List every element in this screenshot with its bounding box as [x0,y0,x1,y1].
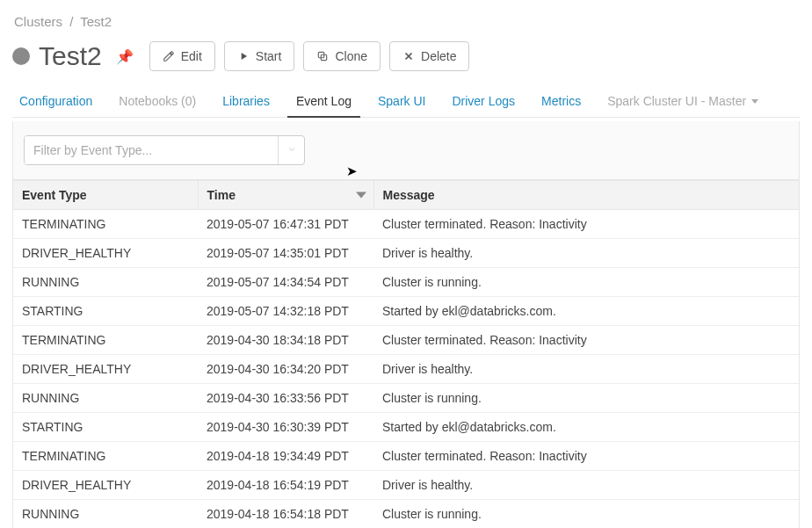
filter-bar [13,121,799,180]
sort-desc-icon [356,192,366,199]
cell-time: 2019-04-30 16:34:20 PDT [198,355,373,384]
pin-icon[interactable]: 📌 [116,48,134,65]
tab-driver-logs[interactable]: Driver Logs [448,87,518,117]
filter-dropdown-toggle[interactable] [278,136,304,164]
tab-spark-ui[interactable]: Spark UI [374,87,429,117]
tab-spark-cluster-ui-label: Spark Cluster UI - Master [607,94,746,108]
tab-spark-cluster-ui[interactable]: Spark Cluster UI - Master [604,87,762,117]
tab-event-log[interactable]: Event Log [293,87,355,117]
tab-configuration[interactable]: Configuration [16,87,96,117]
table-row[interactable]: TERMINATING2019-04-30 18:34:18 PDTCluste… [13,326,799,355]
tab-spark-ui-label: Spark UI [378,94,425,108]
table-header-row: Event Type Time Message [13,181,799,210]
cell-type: RUNNING [13,500,198,529]
cell-message: Driver is healthy. [373,355,799,384]
cell-time: 2019-04-30 16:30:39 PDT [198,413,373,442]
chevron-down-icon [286,143,297,157]
cell-message: Cluster terminated. Reason: Inactivity [373,326,799,355]
col-header-message-label: Message [383,188,435,202]
cell-type: TERMINATING [13,210,198,239]
breadcrumb-root[interactable]: Clusters [14,14,62,29]
play-icon [237,50,250,62]
tab-notebooks[interactable]: Notebooks (0) [115,87,199,117]
events-table: Event Type Time Message TERMINATING2019-… [13,180,799,528]
tab-libraries[interactable]: Libraries [219,87,273,117]
col-header-time[interactable]: Time [198,181,373,210]
table-row[interactable]: DRIVER_HEALTHY2019-04-18 16:54:19 PDTDri… [13,471,799,500]
filter-input[interactable] [25,136,278,164]
filter-select[interactable] [24,135,305,165]
cell-type: DRIVER_HEALTHY [13,471,198,500]
delete-button-label: Delete [421,49,456,63]
tab-driver-logs-label: Driver Logs [452,94,515,108]
cell-time: 2019-04-30 16:33:56 PDT [198,384,373,413]
cluster-status-dot-icon [12,47,30,65]
tab-libraries-label: Libraries [222,94,270,108]
breadcrumb: Clusters / Test2 [14,14,800,29]
cell-time: 2019-04-30 18:34:18 PDT [198,326,373,355]
table-row[interactable]: RUNNING2019-05-07 14:34:54 PDTCluster is… [13,268,799,297]
edit-button[interactable]: Edit [149,41,215,71]
edit-button-label: Edit [181,49,202,63]
event-log-panel: Event Type Time Message TERMINATING2019-… [12,121,800,528]
col-header-event-type-label: Event Type [22,188,87,202]
start-button[interactable]: Start [224,41,295,71]
chevron-down-icon [751,99,758,104]
delete-button[interactable]: Delete [389,41,469,71]
col-header-time-label: Time [207,188,236,202]
table-row[interactable]: RUNNING2019-04-18 16:54:18 PDTCluster is… [13,500,799,529]
cell-time: 2019-05-07 14:32:18 PDT [198,297,373,326]
cell-type: DRIVER_HEALTHY [13,239,198,268]
start-button-label: Start [256,49,282,63]
cell-time: 2019-04-18 16:54:19 PDT [198,471,373,500]
cell-type: RUNNING [13,268,198,297]
breadcrumb-current: Test2 [80,14,112,29]
tab-metrics-label: Metrics [541,94,581,108]
cell-type: STARTING [13,297,198,326]
cell-time: 2019-04-18 16:54:18 PDT [198,500,373,529]
cell-message: Started by ekl@databricks.com. [373,413,799,442]
tab-notebooks-label: Notebooks (0) [119,94,196,108]
breadcrumb-sep: / [66,14,76,29]
table-row[interactable]: STARTING2019-04-30 16:30:39 PDTStarted b… [13,413,799,442]
cell-message: Started by ekl@databricks.com. [373,297,799,326]
table-row[interactable]: DRIVER_HEALTHY2019-05-07 14:35:01 PDTDri… [13,239,799,268]
cell-type: RUNNING [13,384,198,413]
tab-metrics[interactable]: Metrics [538,87,584,117]
close-icon [402,50,415,62]
col-header-event-type[interactable]: Event Type [13,181,198,210]
cell-type: TERMINATING [13,442,198,471]
cell-message: Cluster is running. [373,500,799,529]
cell-message: Cluster is running. [373,268,799,297]
clone-button-label: Clone [335,49,367,63]
clone-button[interactable]: Clone [303,41,381,71]
cell-time: 2019-05-07 14:34:54 PDT [198,268,373,297]
cell-time: 2019-05-07 14:35:01 PDT [198,239,373,268]
tab-event-log-label: Event Log [296,94,352,108]
cell-message: Driver is healthy. [373,471,799,500]
table-row[interactable]: TERMINATING2019-05-07 16:47:31 PDTCluste… [13,210,799,239]
table-row[interactable]: STARTING2019-05-07 14:32:18 PDTStarted b… [13,297,799,326]
cell-message: Cluster terminated. Reason: Inactivity [373,442,799,471]
pencil-icon [163,50,175,62]
col-header-message[interactable]: Message [373,181,799,210]
page-title: Test2 [39,41,102,71]
tabs: ConfigurationNotebooks (0)LibrariesEvent… [12,87,800,118]
table-row[interactable]: RUNNING2019-04-30 16:33:56 PDTCluster is… [13,384,799,413]
title-row: Test2 📌 Edit Start Clone Delete [12,41,800,71]
clone-icon [316,50,329,62]
cell-type: DRIVER_HEALTHY [13,355,198,384]
cell-time: 2019-05-07 16:47:31 PDT [198,210,373,239]
cell-type: TERMINATING [13,326,198,355]
cell-type: STARTING [13,413,198,442]
tab-configuration-label: Configuration [19,94,92,108]
table-row[interactable]: TERMINATING2019-04-18 19:34:49 PDTCluste… [13,442,799,471]
cell-time: 2019-04-18 19:34:49 PDT [198,442,373,471]
table-row[interactable]: DRIVER_HEALTHY2019-04-30 16:34:20 PDTDri… [13,355,799,384]
cell-message: Cluster terminated. Reason: Inactivity [373,210,799,239]
cell-message: Driver is healthy. [373,239,799,268]
cell-message: Cluster is running. [373,384,799,413]
